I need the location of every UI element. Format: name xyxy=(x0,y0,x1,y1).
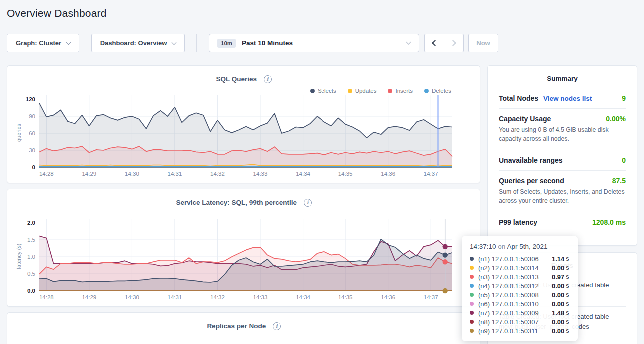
x-tick-label: 14:31 xyxy=(168,294,182,300)
y-tick-label: 30 xyxy=(29,147,35,153)
tooltip-node-value: 1.14 xyxy=(552,255,564,263)
dashboard-select-dropdown[interactable]: Dashboard: Overview xyxy=(91,34,185,52)
hover-dot xyxy=(443,259,448,264)
tooltip-row: (n6) 127.0.0.1:503100.00s xyxy=(470,299,570,308)
time-nav-group xyxy=(424,34,464,52)
service-latency-chart-card: Service Latency: SQL, 99th percentile 0.… xyxy=(7,189,480,307)
node-color-dot-icon xyxy=(470,266,474,270)
chart-title-sql-queries: SQL Queries xyxy=(216,75,257,83)
chevron-left-icon xyxy=(432,40,438,46)
tooltip-unit: s xyxy=(566,309,569,316)
tooltip-node-value: 1.48 xyxy=(552,309,564,317)
legend-item-selects[interactable]: Selects xyxy=(310,88,336,94)
tooltip-timestamp: 14:37:10 on Apr 5th, 2021 xyxy=(470,243,570,250)
replicas-per-node-chart-card: Replicas per Node xyxy=(7,312,480,344)
chevron-down-icon xyxy=(406,40,411,45)
tooltip-unit: s xyxy=(566,291,569,298)
x-tick-label: 14:30 xyxy=(125,171,139,177)
time-window-dropdown[interactable]: 10m Past 10 Minutes xyxy=(209,34,419,52)
summary-value: 9 xyxy=(622,94,626,102)
dashboard-controls: Graph: Cluster Dashboard: Overview 10m P… xyxy=(7,34,498,52)
y-tick-label: 90 xyxy=(29,113,35,119)
summary-label: Total Nodes xyxy=(499,94,538,102)
tooltip-unit: s xyxy=(566,255,569,262)
tooltip-unit: s xyxy=(566,318,569,325)
sql-queries-plot[interactable]: 030609012014:2814:2914:3014:3114:3214:33… xyxy=(7,95,481,178)
node-color-dot-icon xyxy=(470,257,474,261)
time-range-label: Past 10 Minutes xyxy=(242,39,293,47)
y-tick-label: 1.0 xyxy=(27,254,35,260)
x-tick-label: 14:34 xyxy=(296,294,310,300)
y-axis-label: queries xyxy=(16,108,22,158)
tooltip-row: (n1) 127.0.0.1:503061.14s xyxy=(470,254,570,263)
tooltip-node-value: 0.00 xyxy=(552,291,564,299)
time-now-button[interactable]: Now xyxy=(468,34,498,52)
x-tick-label: 14:28 xyxy=(39,294,54,300)
tooltip-node-value: 0.97 xyxy=(552,273,564,281)
summary-row: Total NodesView nodes list9 xyxy=(499,88,626,108)
node-color-dot-icon xyxy=(470,275,474,279)
node-color-dot-icon xyxy=(470,329,474,333)
tooltip-row: (n2) 127.0.0.1:503140.00s xyxy=(470,263,570,272)
y-tick-label: 0 xyxy=(32,164,35,170)
tooltip-row: (n4) 127.0.0.1:503120.00s xyxy=(470,281,570,290)
legend-dot-icon xyxy=(348,89,352,93)
y-tick-label: 1.5 xyxy=(27,237,35,243)
tooltip-unit: s xyxy=(566,264,569,271)
legend-dot-icon xyxy=(424,89,429,93)
x-tick-label: 14:29 xyxy=(82,294,96,300)
tooltip-node-name: (n6) 127.0.0.1:50310 xyxy=(478,300,550,308)
summary-title: Summary xyxy=(499,75,626,82)
chevron-right-icon xyxy=(450,40,456,46)
x-tick-label: 14:37 xyxy=(424,294,438,300)
node-color-dot-icon xyxy=(470,302,474,306)
summary-row: Capacity Usage0.00%You are using 0 B of … xyxy=(499,108,626,150)
service-latency-plot[interactable]: 0.00.51.01.52.014:2814:2914:3014:3114:32… xyxy=(7,219,481,301)
summary-label: Queries per second xyxy=(499,177,564,185)
tooltip-node-value: 0.00 xyxy=(552,300,564,308)
tooltip-unit: s xyxy=(566,273,569,280)
legend-item-inserts[interactable]: Inserts xyxy=(388,88,413,94)
summary-label: P99 latency xyxy=(499,218,537,226)
x-tick-label: 14:34 xyxy=(296,171,310,177)
hover-dot xyxy=(443,252,448,257)
graph-scope-dropdown[interactable]: Graph: Cluster xyxy=(7,34,79,52)
view-nodes-list-link[interactable]: View nodes list xyxy=(543,95,592,102)
legend-item-deletes[interactable]: Deletes xyxy=(424,88,451,94)
legend-label: Deletes xyxy=(432,88,451,94)
summary-panel: Summary Total NodesView nodes list9Capac… xyxy=(487,65,637,246)
info-icon[interactable] xyxy=(273,322,281,330)
info-icon[interactable] xyxy=(264,75,272,83)
y-tick-label: 120 xyxy=(26,96,35,102)
hover-dot xyxy=(443,244,448,249)
info-icon[interactable] xyxy=(304,199,312,207)
chevron-down-icon xyxy=(66,40,71,45)
time-next-button[interactable] xyxy=(444,34,464,52)
x-tick-label: 14:36 xyxy=(381,294,395,300)
tooltip-node-name: (n7) 127.0.0.1:50309 xyxy=(478,309,550,317)
legend-label: Selects xyxy=(318,88,336,94)
tooltip-unit: s xyxy=(566,300,569,307)
tooltip-row: (n5) 127.0.0.1:503080.00s xyxy=(470,290,570,299)
tooltip-node-name: (n4) 127.0.0.1:50312 xyxy=(478,282,550,290)
chevron-down-icon xyxy=(172,40,177,45)
x-tick-label: 14:35 xyxy=(338,171,353,177)
time-prev-button[interactable] xyxy=(424,34,444,52)
summary-row: Queries per second87.5Sum of Selects, Up… xyxy=(499,170,626,212)
x-tick-label: 14:33 xyxy=(253,294,268,300)
summary-value: 0 xyxy=(622,156,626,164)
tooltip-unit: s xyxy=(566,282,569,289)
chart-legend: SelectsUpdatesInsertsDeletes xyxy=(310,88,451,94)
tooltip-node-name: (n3) 127.0.0.1:50313 xyxy=(478,273,550,281)
legend-item-updates[interactable]: Updates xyxy=(348,88,377,94)
tooltip-unit: s xyxy=(566,327,569,334)
tooltip-node-name: (n2) 127.0.0.1:50314 xyxy=(478,264,550,272)
sql-queries-chart-card: SQL Queries SelectsUpdatesInsertsDeletes… xyxy=(7,65,480,183)
tooltip-node-value: 0.00 xyxy=(552,318,564,326)
x-tick-label: 14:33 xyxy=(253,171,268,177)
page-title: Overview Dashboard xyxy=(7,7,107,19)
x-tick-label: 14:31 xyxy=(168,171,182,177)
summary-value: 87.5 xyxy=(612,177,626,185)
tooltip-node-value: 0.00 xyxy=(552,264,564,272)
node-color-dot-icon xyxy=(470,284,474,288)
